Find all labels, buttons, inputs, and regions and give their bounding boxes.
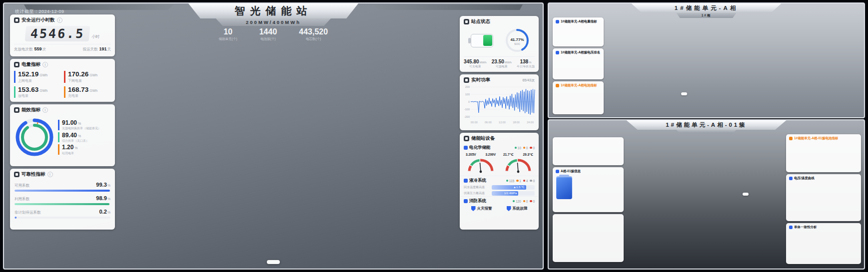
bess-dashboard: 统计截至：2024-12-09 智光储能站 200MW/400MWh 10储能单… — [0, 0, 868, 272]
energy-unit: GWh — [89, 73, 97, 77]
unit-container-3d[interactable] — [601, 12, 811, 115]
legend-dot — [515, 147, 517, 149]
gauge-row: 3.205V3.299V21.7℃29.3℃ — [460, 151, 539, 176]
power-x-label: 18:00 — [513, 121, 520, 124]
site-stat-unit: % — [529, 61, 531, 64]
legend-dot — [506, 180, 509, 182]
site-stat-value: 345.80MWh — [464, 59, 487, 65]
section-icon — [464, 179, 468, 183]
site-stat: 138%今日等效充放 — [517, 59, 535, 68]
energy-stat: 168.73GWh充电量 — [64, 86, 111, 98]
site-stat-label: 可放电量 — [492, 65, 512, 68]
efficiency-stat: 1.20%站用电率 — [58, 144, 112, 155]
unit-panel: 1#储能单元-A相 1#厢 1#储能单元-A相电量指标 1#储能单元-A相簇电压… — [548, 2, 865, 118]
consistency-gauge — [794, 231, 854, 260]
reliability-head: 利用系数98.9% — [14, 195, 110, 202]
reliability-head: 可用系数99.3% — [14, 182, 110, 188]
efficiency-value: 1.20% — [62, 144, 112, 151]
header-right-wing — [373, 4, 523, 10]
safety-footer: 充放电次数 559次 投运天数 191天 — [14, 44, 111, 52]
efficiency-label: 充放电转换效率（储能单元） — [62, 127, 112, 130]
section-legend: 115140 — [506, 179, 535, 183]
svg-text:0: 0 — [468, 100, 470, 103]
legend-item: 120 — [513, 200, 521, 203]
legend-item: 1 — [516, 179, 521, 183]
unit-energy-stats — [553, 25, 604, 27]
card-title: 实时功率 — [471, 77, 490, 83]
card-icon — [556, 84, 559, 87]
svg-text:-100: -100 — [464, 108, 470, 111]
legend-count: 10 — [518, 146, 521, 150]
energy-metrics-card: 电量指标 i 152.19GWh上网电量170.26GWh下网电量153.63G… — [10, 59, 115, 102]
info-icon[interactable]: i — [57, 17, 62, 23]
energy-stat: 152.19GWh上网电量 — [14, 71, 61, 83]
power-badge: 65/43次 — [522, 78, 535, 83]
info-icon[interactable]: i — [42, 62, 48, 67]
power-line-chart[interactable]: 2001000-100-200 — [462, 85, 537, 121]
info-icon[interactable]: i — [47, 172, 53, 177]
reliability-label: 利用系数 — [14, 197, 29, 202]
overview-stat: 443,520电芯数(个) — [299, 28, 328, 41]
legend-dot — [516, 180, 519, 182]
equipment-section-header: 液冷系统115140 — [460, 176, 539, 184]
cluster-title: 1#储能单元-A相-01簇 — [627, 120, 787, 130]
legend-item: 0 — [523, 200, 528, 203]
unit-battery-stats — [553, 89, 604, 92]
reliability-row: 可用系数99.3% — [14, 182, 110, 192]
power-x-label: 24:00 — [527, 121, 534, 124]
bolt-icon — [14, 62, 19, 67]
legend-item: 10 — [515, 146, 521, 150]
cluster-battery-stats — [786, 142, 861, 145]
svg-text:200: 200 — [465, 85, 470, 88]
shield-icon — [507, 206, 511, 211]
overview-stat-label: 储能单元(个) — [219, 37, 237, 41]
reliability-unit: % — [107, 211, 110, 214]
svg-text:SOC: SOC — [514, 42, 520, 45]
reliability-bar — [14, 190, 110, 192]
fire-item-label: 火灾报警 — [477, 206, 492, 211]
legend-item: 0 — [530, 146, 535, 150]
legend-dot — [513, 200, 515, 203]
fire-item-label: 系统故障 — [513, 206, 528, 211]
cluster-rack-3d[interactable] — [646, 134, 761, 264]
power-x-label: 00:00 — [471, 121, 478, 124]
efficiency-label: 站用电率 — [62, 152, 112, 155]
cooling-bar: ▲1.5 ℃ — [492, 185, 535, 190]
legend-dot — [523, 180, 526, 182]
overview-stat-value: 1440 — [259, 28, 277, 36]
svg-text:29.3℃: 29.3℃ — [523, 153, 533, 156]
cooling-bar: 1/2.4MPa — [492, 191, 535, 196]
legend-dot — [530, 147, 532, 149]
days-stat: 投运天数 191天 — [82, 46, 111, 52]
efficiency-stat: 89.40%综合效率（关口表） — [58, 132, 112, 143]
site-stats: 345.80MWh可充电量23.50MWh可放电量138%今日等效充放 — [464, 56, 535, 68]
card-title: A相-01簇信息 — [561, 169, 581, 174]
unit-rank-card: 1#储能单元-A相簇电压排名 — [553, 48, 604, 79]
efficiency-donut — [13, 116, 56, 159]
cooling-value: ▲1.5 ℃ — [513, 185, 525, 190]
energy-value: 170.26GWh — [68, 71, 111, 78]
info-icon[interactable]: i — [42, 107, 48, 113]
overview-stat-label: 电池簇(个) — [259, 37, 277, 41]
energy-label: 充电量 — [68, 94, 111, 98]
site-stat-value: 138% — [517, 59, 535, 65]
site-stat: 345.80MWh可充电量 — [464, 59, 487, 68]
reliability-bar — [14, 203, 110, 205]
unit-title-banner: 1#储能单元-A相 1#厢 — [632, 3, 782, 18]
station-title: 智光储能站 — [188, 3, 358, 18]
unit-rank-bar-chart[interactable] — [555, 56, 602, 76]
unit-title: 1#储能单元-A相 — [632, 3, 782, 13]
fire-item: 火灾报警 — [471, 206, 492, 211]
cooling-label: 回水温度最高值 — [464, 185, 490, 190]
card-title: 可靠性指标 — [21, 171, 45, 178]
card-title: 站点状态 — [471, 18, 490, 25]
main-station-panel: 统计截至：2024-12-09 智光储能站 200MW/400MWh 10储能单… — [3, 2, 544, 270]
unit-energy-card: 1#储能单元-A相电量指标 — [553, 17, 604, 46]
reliability-value: 98.9% — [96, 195, 110, 201]
unit-subtitle: 1#厢 — [677, 13, 737, 18]
energy-value: 168.73GWh — [68, 86, 111, 94]
energy-label: 下网电量 — [68, 79, 111, 83]
energy-label: 上网电量 — [18, 79, 61, 83]
site-stat-label: 可充电量 — [464, 65, 487, 68]
reliability-unit: % — [107, 197, 110, 201]
